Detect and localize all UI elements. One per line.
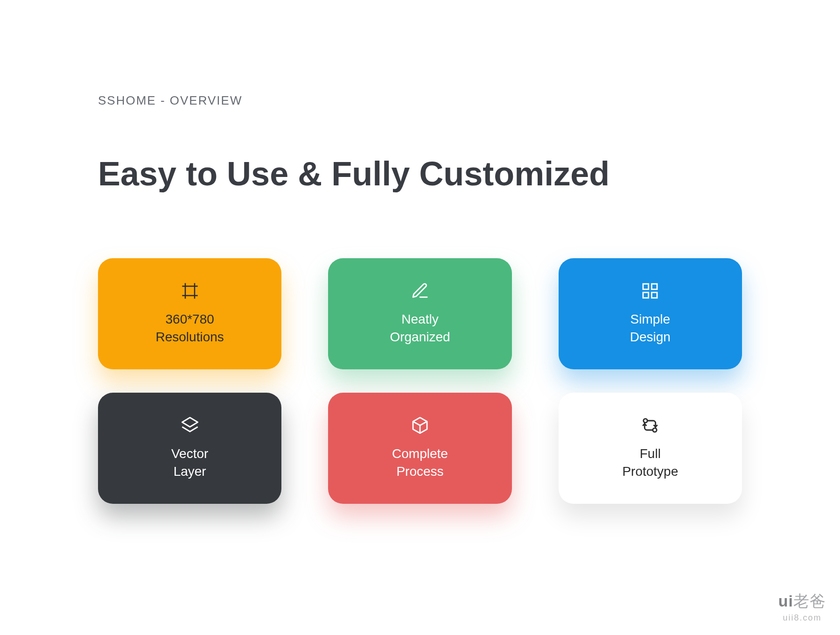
svg-rect-4 [643, 284, 649, 289]
svg-marker-8 [182, 418, 197, 427]
card-label: Vector Layer [171, 445, 208, 480]
svg-rect-6 [643, 293, 649, 298]
card-resolutions: 360*780 Resolutions [98, 258, 281, 369]
card-label: 360*780 Resolutions [156, 310, 224, 346]
grid-icon [641, 282, 659, 300]
card-organized: Neatly Organized [328, 258, 511, 369]
card-label: Simple Design [630, 310, 671, 346]
card-label: Complete Process [392, 445, 448, 480]
svg-rect-7 [652, 293, 658, 298]
card-prototype: Full Prototype [559, 393, 742, 504]
cube-icon [411, 416, 429, 435]
watermark: ui老爸 uii8.com [778, 591, 826, 623]
watermark-url: uii8.com [778, 613, 826, 623]
feature-grid: 360*780 Resolutions Neatly Organized Sim… [98, 258, 742, 504]
svg-rect-5 [652, 284, 658, 289]
card-vector: Vector Layer [98, 393, 281, 504]
edit-icon [411, 282, 429, 300]
eyebrow-label: SSHOME - OVERVIEW [98, 93, 742, 108]
frame-icon [181, 282, 199, 300]
card-process: Complete Process [328, 393, 511, 504]
page-container: SSHOME - OVERVIEW Easy to Use & Fully Cu… [0, 0, 840, 504]
card-label: Neatly Organized [390, 310, 450, 346]
card-label: Full Prototype [622, 445, 678, 480]
watermark-bold: ui [778, 592, 793, 610]
compare-icon [641, 416, 659, 435]
layers-icon [181, 416, 199, 435]
watermark-text: 老爸 [793, 592, 826, 610]
headline: Easy to Use & Fully Customized [98, 152, 742, 195]
card-design: Simple Design [559, 258, 742, 369]
